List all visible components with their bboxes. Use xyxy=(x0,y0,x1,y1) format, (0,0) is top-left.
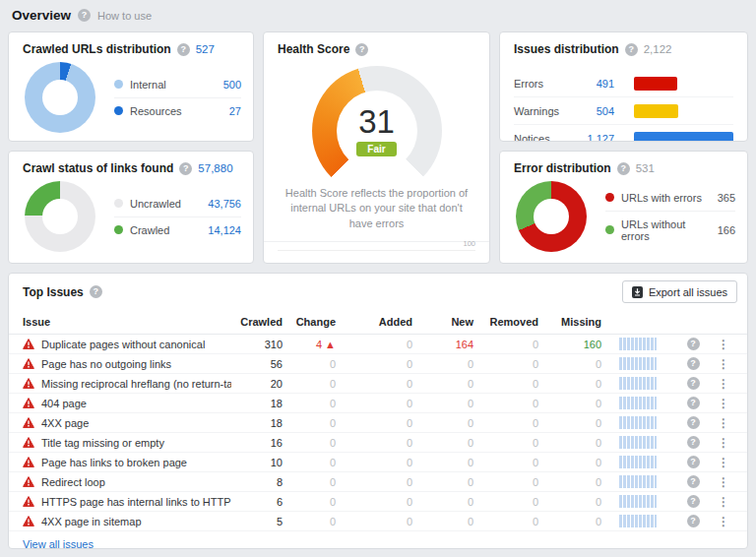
table-row[interactable]: Duplicate pages without canonical 310 4 … xyxy=(9,335,747,354)
new-value: 0 xyxy=(412,457,473,468)
help-icon[interactable]: ? xyxy=(687,338,700,350)
how-to-use-link[interactable]: How to use xyxy=(97,10,152,22)
table-row[interactable]: Missing reciprocal hreflang (no return-t… xyxy=(9,374,747,394)
change-value: 0 xyxy=(283,417,336,429)
legend-label: Internal xyxy=(130,79,166,91)
issue-name-link[interactable]: Title tag missing or empty xyxy=(41,437,164,449)
change-value: 4 ▲ xyxy=(283,339,336,350)
crawl-status-total-link[interactable]: 57,880 xyxy=(198,162,232,174)
help-icon[interactable]: ? xyxy=(687,495,700,508)
distribution-label: Notices xyxy=(514,133,573,142)
crawled-urls-donut-chart xyxy=(25,62,95,133)
kebab-menu-icon[interactable]: ⋮ xyxy=(712,339,735,350)
kebab-menu-icon[interactable]: ⋮ xyxy=(712,378,735,390)
table-row[interactable]: Redirect loop 8 0 0 0 0 0 ? ⋮ xyxy=(9,472,747,492)
table-row[interactable]: Title tag missing or empty 16 0 0 0 0 0 … xyxy=(9,433,747,453)
distribution-bar xyxy=(634,104,678,118)
issue-trend-sparkline xyxy=(619,475,657,488)
help-icon[interactable]: ? xyxy=(355,43,368,56)
legend-label: Crawled xyxy=(130,224,169,236)
error-distribution-donut-chart xyxy=(516,181,587,252)
distribution-count-link[interactable]: 1,127 xyxy=(573,133,618,142)
new-value: 0 xyxy=(412,496,473,508)
crawled-value: 8 xyxy=(231,476,283,488)
help-icon[interactable]: ? xyxy=(617,162,630,175)
help-icon[interactable]: ? xyxy=(687,397,700,409)
issues-table-body: Duplicate pages without canonical 310 4 … xyxy=(9,335,747,531)
table-row[interactable]: 4XX page 18 0 0 0 0 0 ? ⋮ xyxy=(9,413,747,433)
missing-value: 0 xyxy=(538,358,601,370)
added-value: 0 xyxy=(336,516,412,527)
kebab-menu-icon[interactable]: ⋮ xyxy=(712,457,735,468)
urls-with-errors-count: 365 xyxy=(718,192,735,204)
table-row[interactable]: 404 page 18 0 0 0 0 0 ? ⋮ xyxy=(9,394,747,413)
crawled-value: 56 xyxy=(231,358,283,370)
top-issues-card: Top Issues ? Export all issues Issue Cra… xyxy=(8,273,748,549)
help-icon[interactable]: ? xyxy=(687,377,700,390)
issue-name-link[interactable]: 4XX page in sitemap xyxy=(41,516,142,527)
col-change: Change xyxy=(283,316,336,328)
issue-name-link[interactable]: Page has links to broken page xyxy=(41,457,187,468)
error-triangle-icon xyxy=(23,358,34,369)
page-header: Overview ? How to use xyxy=(8,6,748,31)
kebab-menu-icon[interactable]: ⋮ xyxy=(712,476,735,488)
change-value: 0 xyxy=(283,476,336,488)
change-value: 0 xyxy=(283,398,336,409)
table-row[interactable]: HTTPS page has internal links to HTTP 6 … xyxy=(9,492,747,512)
kebab-menu-icon[interactable]: ⋮ xyxy=(712,398,735,409)
help-icon[interactable]: ? xyxy=(687,416,700,429)
urls-without-errors-count: 166 xyxy=(718,224,735,236)
added-value: 0 xyxy=(336,358,412,370)
crawled-count-link[interactable]: 14,124 xyxy=(208,224,241,236)
help-icon[interactable]: ? xyxy=(687,357,700,370)
resources-count-link[interactable]: 27 xyxy=(229,105,241,117)
issue-name-link[interactable]: 4XX page xyxy=(41,417,89,429)
help-icon[interactable]: ? xyxy=(179,162,192,175)
crawled-urls-total-link[interactable]: 527 xyxy=(196,43,215,55)
help-icon[interactable]: ? xyxy=(687,515,700,527)
export-all-issues-button[interactable]: Export all issues xyxy=(622,280,737,303)
internal-count-link[interactable]: 500 xyxy=(223,79,241,91)
change-value: 0 xyxy=(283,437,336,449)
help-icon[interactable]: ? xyxy=(90,285,102,298)
kebab-menu-icon[interactable]: ⋮ xyxy=(712,358,735,370)
missing-value: 0 xyxy=(538,496,601,508)
table-row[interactable]: 4XX page in sitemap 5 0 0 0 0 0 ? ⋮ xyxy=(9,512,747,531)
issue-name-link[interactable]: Redirect loop xyxy=(41,476,105,488)
new-value: 0 xyxy=(412,476,473,488)
missing-value: 160 xyxy=(538,339,601,350)
view-all-issues-link[interactable]: View all issues xyxy=(9,531,94,549)
issue-name-link[interactable]: HTTPS page has internal links to HTTP xyxy=(41,496,231,508)
kebab-menu-icon[interactable]: ⋮ xyxy=(712,516,735,527)
table-row[interactable]: Page has no outgoing links 56 0 0 0 0 0 … xyxy=(9,354,747,374)
kebab-menu-icon[interactable]: ⋮ xyxy=(712,496,735,508)
site-audit-overview-page: Overview ? How to use Crawled URLs distr… xyxy=(0,0,756,557)
issue-trend-sparkline xyxy=(619,338,657,350)
added-value: 0 xyxy=(336,496,412,508)
distribution-count-link[interactable]: 504 xyxy=(573,105,618,117)
distribution-count-link[interactable]: 491 xyxy=(573,78,618,90)
error-distribution-card: Error distribution ? 531 URLs with error… xyxy=(499,151,748,264)
issue-name-link[interactable]: Page has no outgoing links xyxy=(41,358,171,370)
added-value: 0 xyxy=(336,339,412,350)
help-icon[interactable]: ? xyxy=(687,475,700,488)
issue-name-link[interactable]: Missing reciprocal hreflang (no return-t… xyxy=(41,378,231,390)
uncrawled-dot-icon xyxy=(114,199,123,208)
help-icon[interactable]: ? xyxy=(177,43,190,56)
issue-name-link[interactable]: Duplicate pages without canonical xyxy=(41,339,205,350)
missing-value: 0 xyxy=(538,516,601,527)
issue-name-link[interactable]: 404 page xyxy=(41,398,87,409)
col-added: Added xyxy=(336,316,412,328)
error-distribution-total: 531 xyxy=(636,162,655,174)
missing-value: 0 xyxy=(538,417,601,429)
help-icon[interactable]: ? xyxy=(687,456,700,468)
uncrawled-count-link[interactable]: 43,756 xyxy=(208,198,241,210)
added-value: 0 xyxy=(336,476,412,488)
table-row[interactable]: Page has links to broken page 10 0 0 0 0… xyxy=(9,453,747,472)
help-icon[interactable]: ? xyxy=(78,9,91,22)
kebab-menu-icon[interactable]: ⋮ xyxy=(712,417,735,429)
help-icon[interactable]: ? xyxy=(625,43,638,56)
kebab-menu-icon[interactable]: ⋮ xyxy=(712,437,735,449)
help-icon[interactable]: ? xyxy=(687,436,700,449)
legend-item-urls-with-errors: URLs with errors 365 xyxy=(605,185,735,211)
